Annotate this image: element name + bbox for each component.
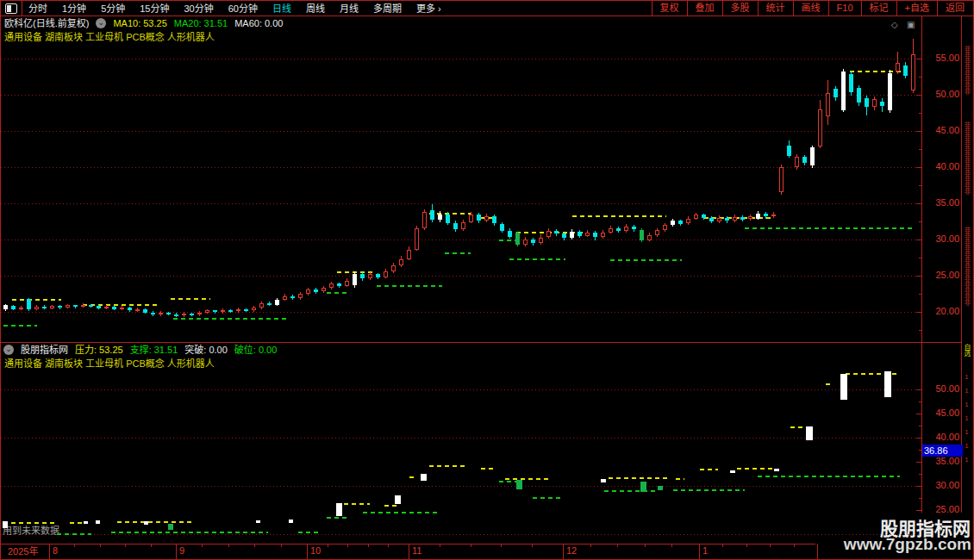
toolbar-button-画线[interactable]: 画线: [793, 1, 828, 16]
signal-bar: [336, 503, 342, 516]
indicator-name: 股朋指标网: [21, 344, 68, 356]
period-tab-1分钟[interactable]: 1分钟: [62, 3, 86, 15]
candle: [415, 228, 419, 249]
period-tab-60分钟[interactable]: 60分钟: [228, 3, 258, 15]
toolbar-button-叠加[interactable]: 叠加: [687, 1, 722, 16]
toolbar-button-统计[interactable]: 统计: [758, 1, 793, 16]
period-tab-更多 ›[interactable]: 更多 ›: [416, 3, 441, 15]
candle: [834, 89, 838, 97]
price-label: 30.00: [925, 480, 959, 490]
toolbar-button-返回[interactable]: 返回: [937, 1, 972, 16]
price-label: 40.00: [925, 432, 959, 442]
axis-tick: [916, 131, 921, 132]
toolbar-button-标记[interactable]: 标记: [861, 1, 896, 16]
candle: [97, 306, 101, 308]
month-divider: [307, 544, 308, 559]
candle: [857, 88, 861, 103]
chevron-down-icon[interactable]: ⌄: [3, 345, 14, 355]
diamond-icon[interactable]: ◇: [891, 19, 898, 31]
level-line: [3, 325, 37, 327]
axis-minor-tick: [919, 294, 921, 295]
right-vertical-strip[interactable]: 非非非非非非非非非非非非非非非非非非非非非非非非非非非非非非非非非自选1 1 1…: [962, 16, 974, 513]
candle: [135, 309, 140, 311]
level-line: [673, 489, 745, 491]
candle: [283, 296, 287, 300]
candle: [275, 300, 279, 305]
period-tab-30分钟[interactable]: 30分钟: [184, 3, 214, 15]
period-tab-多周期[interactable]: 多周期: [373, 3, 402, 15]
candle: [314, 289, 318, 292]
period-tab-日线[interactable]: 日线: [272, 3, 291, 15]
axis-minor-tick: [919, 474, 921, 475]
candle: [244, 309, 248, 311]
price-label: 55.00: [925, 53, 959, 63]
axis-tick: [916, 167, 921, 168]
candle: [678, 221, 683, 223]
candle: [298, 294, 303, 298]
candle: [453, 223, 458, 230]
candle: [818, 109, 822, 146]
sector-tags[interactable]: 通用设备 湖南板块 工业母机 PCB概念 人形机器人: [4, 358, 215, 370]
axis-minor-tick: [919, 185, 921, 186]
candle: [399, 259, 403, 266]
candle: [841, 72, 846, 110]
toolbar-button-多股[interactable]: 多股: [722, 1, 758, 16]
level-line: [758, 476, 900, 477]
candle: [11, 306, 16, 308]
toolbar-button-+自选[interactable]: +自选: [896, 1, 937, 16]
price-label: 50.00: [925, 89, 959, 99]
level-line: [429, 213, 471, 215]
week-tick: [746, 544, 747, 547]
signal-bar: [884, 371, 891, 397]
candle: [42, 307, 47, 308]
signal-bar: [256, 520, 260, 523]
panel-square-icon[interactable]: ▣: [907, 19, 915, 31]
level-line: [111, 532, 268, 533]
axis-tick: [916, 462, 921, 463]
candle: [422, 212, 427, 228]
candle: [368, 274, 372, 278]
candle: [903, 65, 908, 76]
month-divider: [409, 544, 409, 559]
candle: [810, 147, 815, 165]
week-tick: [388, 544, 389, 547]
period-tab-分时[interactable]: 分时: [28, 3, 47, 15]
signal-bar: [84, 521, 88, 524]
sector-tags[interactable]: 通用设备 湖南板块 工业母机 PCB概念 人形机器人: [4, 31, 215, 43]
period-tab-5分钟[interactable]: 5分钟: [101, 3, 125, 15]
level-line: [445, 252, 471, 254]
main-chart-panel[interactable]: [1, 44, 921, 342]
candle: [671, 221, 675, 225]
panel-divider: [1, 342, 961, 343]
toolbar-button-F10[interactable]: F10: [828, 1, 861, 16]
candle: [795, 157, 799, 167]
candle: [337, 283, 341, 286]
level-line: [610, 259, 682, 261]
candle: [570, 232, 574, 239]
axis-tick: [916, 276, 921, 277]
layout-icon[interactable]: [5, 3, 17, 14]
period-tab-周线[interactable]: 周线: [306, 3, 325, 15]
chevron-down-icon[interactable]: ⌄: [96, 18, 106, 28]
candle: [771, 215, 776, 217]
gridline: [1, 240, 921, 240]
axis-tick: [916, 389, 921, 390]
period-tab-15分钟[interactable]: 15分钟: [140, 3, 169, 15]
candle: [539, 238, 543, 244]
axis-tick: [916, 240, 921, 240]
stock-title: 欧科亿(日线.前复权): [4, 17, 89, 29]
level-line: [12, 299, 61, 301]
candle: [213, 310, 217, 312]
toolbar-button-复权[interactable]: 复权: [652, 1, 687, 16]
indicator-header-row: ⌄ 股朋指标网 压力: 53.25 支撑: 31.51 突破: 0.00 破位:…: [3, 344, 277, 356]
indicator-chart-panel[interactable]: [1, 371, 921, 544]
candle: [717, 218, 721, 221]
candle: [438, 215, 442, 221]
month-label: 12: [566, 545, 577, 556]
candle: [221, 310, 225, 313]
candle: [896, 63, 900, 72]
strip-vertical-text: 非非非非非非非非非非非非: [963, 121, 971, 221]
period-tab-月线[interactable]: 月线: [340, 3, 359, 15]
price-label: 30.00: [925, 233, 959, 244]
candle: [523, 240, 528, 245]
